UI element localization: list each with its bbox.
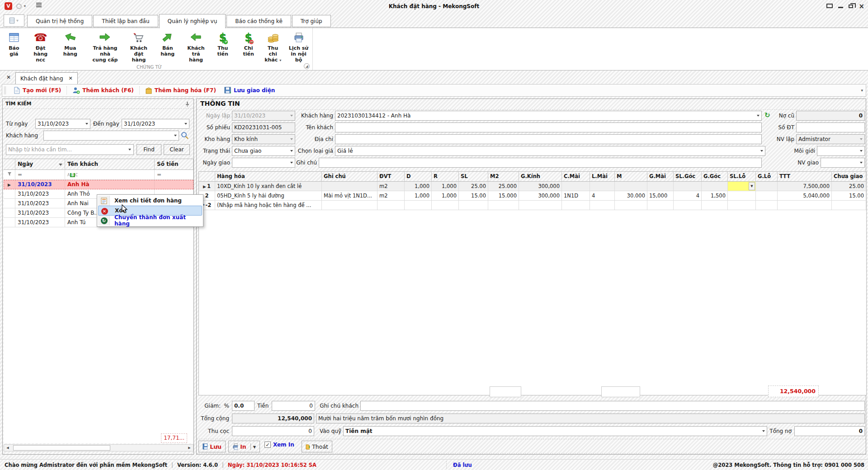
dia-chi-input[interactable] — [335, 134, 762, 144]
grid-cell[interactable] — [615, 182, 647, 191]
restore-icon[interactable] — [849, 3, 853, 9]
grid-cell[interactable] — [590, 201, 615, 210]
save-button[interactable]: Lưu — [198, 441, 226, 452]
column-header[interactable]: C.Mài — [562, 172, 590, 182]
column-header[interactable]: SL.Lỗ — [728, 172, 756, 182]
ribbon-button-bao-gia[interactable]: Báo giá — [2, 30, 26, 57]
grid-cell[interactable]: 1,000 — [432, 182, 459, 191]
grid-cell[interactable] — [519, 201, 562, 210]
table-row[interactable]: ▶110XD_Kính 10 ly xanh đen cắt lẻm21,000… — [199, 182, 866, 191]
grid-cell[interactable]: 15.00 — [832, 191, 866, 201]
toolbar-overflow-icon[interactable]: ▾ — [861, 88, 863, 93]
chon-loai-gia-select[interactable]: Giá lẻ — [335, 146, 765, 156]
column-header[interactable]: Hàng hóa — [215, 172, 322, 182]
customer-name-cell[interactable]: Anh Hà — [65, 180, 155, 189]
column-header[interactable]: L.Mài — [590, 172, 615, 182]
keyword-dropdown-icon[interactable] — [128, 149, 131, 150]
column-header[interactable]: G.Mài — [647, 172, 674, 182]
grid-cell[interactable]: 30.000 — [615, 191, 647, 201]
scrollbar-thumb[interactable] — [13, 445, 110, 451]
grid-cell[interactable]: 4 — [590, 191, 615, 201]
giam-pct-input[interactable]: 0.0 — [232, 401, 255, 411]
print-button[interactable]: In ▾ — [228, 441, 260, 452]
grid-cell[interactable]: m2 — [377, 182, 405, 191]
ribbon-button-dat-hang-ncc[interactable]: ☎ Đặt hàngncc — [26, 30, 55, 63]
cell-dropdown-icon[interactable]: ▼ — [749, 182, 755, 190]
grid-cell[interactable] — [674, 201, 702, 210]
table-row[interactable]: *-2(Nhập mã hàng hoặc tên hàng để ... — [199, 201, 866, 210]
ghi-chu-khach-input[interactable] — [360, 401, 865, 411]
grid-cell[interactable]: 300,000 — [519, 191, 562, 201]
thu-coc-input[interactable]: 0 — [232, 426, 314, 436]
ribbon-button-khach-tra-hang[interactable]: Kháchtrả hàng — [182, 30, 209, 63]
ribbon-button-khach-dat-hang[interactable]: Kháchđặt hàng — [125, 30, 153, 63]
grid-cell[interactable] — [728, 201, 756, 210]
column-header-ngay[interactable]: Ngày — [15, 159, 65, 170]
grid-cell[interactable]: 05HD_Kính 5 ly hải đường — [215, 191, 322, 201]
grid-cell[interactable] — [322, 182, 377, 191]
giam-tien-input[interactable]: 0 — [272, 401, 315, 411]
grid-cell[interactable] — [756, 182, 778, 191]
grid-cell[interactable]: (Nhập mã hàng hoặc tên hàng để ... — [215, 201, 322, 210]
grid-cell[interactable]: ▶1 — [199, 182, 215, 191]
user-avatar-icon[interactable] — [16, 4, 22, 9]
grid-cell[interactable] — [432, 201, 459, 210]
quick-access-menu-icon[interactable] — [36, 3, 42, 7]
ribbon-button-tra-hang-ncc[interactable]: Trả hàng nhàcung cấp — [85, 30, 125, 63]
menu-item-convert[interactable]: ↻ Chuyển thành đơn xuất hàng — [98, 216, 202, 226]
grid-cell[interactable]: 4 — [674, 191, 702, 201]
column-header[interactable]: R — [432, 172, 459, 182]
print-dropdown-icon[interactable]: ▾ — [250, 443, 256, 450]
grid-cell[interactable] — [728, 191, 756, 201]
grid-cell[interactable] — [488, 201, 519, 210]
grid-cell[interactable] — [778, 201, 832, 210]
pin-icon[interactable] — [185, 101, 190, 107]
moi-gioi-select[interactable] — [817, 146, 865, 156]
ten-khach-input[interactable] — [335, 122, 762, 132]
grid-cell[interactable] — [562, 201, 590, 210]
to-date-input[interactable]: 31/10/2023 — [122, 119, 189, 129]
from-date-input[interactable]: 31/10/2023 — [35, 119, 90, 129]
ribbon-tab-4[interactable]: Trợ giúp — [292, 15, 331, 27]
grid-cell[interactable] — [832, 201, 866, 210]
date-cell[interactable]: 31/10/2023 — [15, 218, 65, 227]
grid-cell[interactable]: 25.000 — [488, 182, 519, 191]
grid-cell[interactable]: ▼ — [728, 182, 756, 191]
grid-cell[interactable]: 15,000 — [647, 191, 674, 201]
filter-name-cell[interactable]: ABC — [65, 170, 155, 180]
grid-cell[interactable] — [702, 201, 728, 210]
ribbon-tab-3[interactable]: Báo cáo thống kê — [226, 15, 291, 27]
ghi-chu-input[interactable] — [319, 158, 762, 168]
ribbon-tab-0[interactable]: Quản trị hệ thống — [27, 15, 92, 27]
grid-cell[interactable]: m2 — [377, 191, 405, 201]
keyword-input[interactable] — [6, 144, 134, 155]
fullscreen-icon[interactable] — [826, 3, 833, 9]
grid-cell[interactable]: 5,040,000 — [778, 191, 832, 201]
horizontal-scrollbar[interactable]: ◀ ▶ — [4, 444, 193, 451]
customer-select[interactable] — [43, 131, 179, 141]
column-header[interactable]: G.Góc — [702, 172, 728, 182]
amount-cell[interactable] — [155, 180, 193, 189]
find-button[interactable]: Find — [137, 144, 161, 155]
column-header[interactable]: ĐVT — [377, 172, 405, 182]
grid-cell[interactable] — [459, 201, 488, 210]
add-product-button[interactable]: Thêm hàng hóa (F7) — [141, 85, 220, 96]
tab-khach-dat-hang[interactable]: Khách đặt hàng ✕ — [15, 72, 78, 84]
column-header-so-tien[interactable]: Số tiền — [155, 159, 193, 170]
ribbon-group-dialog-icon[interactable]: ◢ — [304, 63, 310, 69]
add-customer-button[interactable]: Thêm khách (F6) — [68, 85, 138, 96]
date-cell[interactable]: 31/10/2023 — [15, 208, 65, 218]
scroll-right-icon[interactable]: ▶ — [186, 445, 193, 451]
table-row[interactable]: 205HD_Kính 5 ly hải đườngMài mỏ vịt 1N1D… — [199, 191, 866, 201]
grid-cell[interactable] — [702, 182, 728, 191]
print-preview-checkbox[interactable]: ✓ Xem In — [264, 442, 294, 448]
column-header[interactable]: Chưa giao — [832, 172, 866, 182]
grid-cell[interactable]: 25.00 — [459, 182, 488, 191]
column-header[interactable]: TTT — [778, 172, 832, 182]
close-icon[interactable]: × — [859, 3, 864, 9]
grid-cell[interactable]: Mài mỏ vịt 1N1D... — [322, 191, 377, 201]
grid-cell[interactable]: 15.000 — [488, 191, 519, 201]
exit-button[interactable]: Thoát — [302, 441, 332, 452]
menu-item-view-detail[interactable]: Xem chi tiết đơn hàng — [98, 196, 202, 206]
grid-cell[interactable] — [647, 201, 674, 210]
